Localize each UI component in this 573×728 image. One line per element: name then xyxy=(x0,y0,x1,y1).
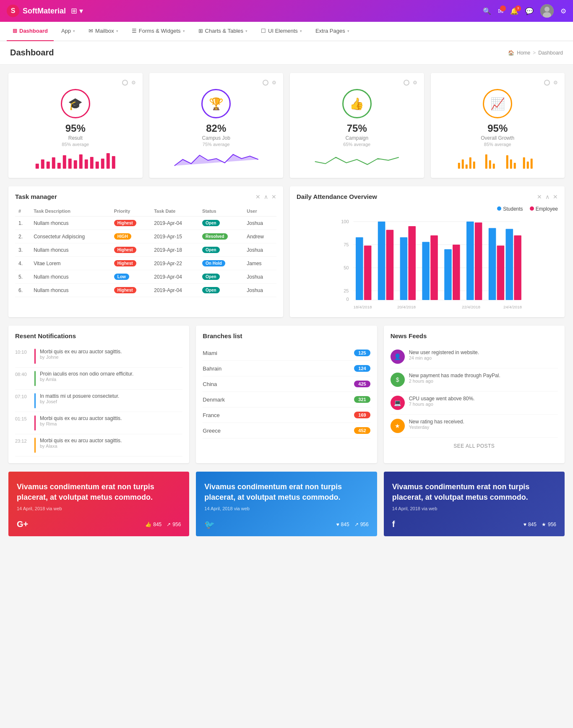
growth-mini-chart xyxy=(438,151,558,170)
card-radio-campus[interactable] xyxy=(263,80,268,86)
nav-charts[interactable]: ⊞ Charts & Tables ▾ xyxy=(193,22,254,41)
branches-title: Branches list xyxy=(203,332,242,339)
brand-logo[interactable]: S SoftMaterial xyxy=(7,5,66,17)
notif-by: by Rima xyxy=(40,421,122,426)
nav-ui[interactable]: ☐ UI Elements ▾ xyxy=(255,22,308,41)
news-feeds-header: News Feeds xyxy=(391,332,558,339)
grid-menu-icon[interactable]: ⊞ ▾ xyxy=(71,6,83,16)
nav-dashboard[interactable]: ⊞ Dashboard xyxy=(7,22,54,41)
facebook-text: Vivamus condimentum erat non turpis plac… xyxy=(392,482,556,503)
campaign-icon-circle: 👍 xyxy=(342,89,372,118)
svg-text:50: 50 xyxy=(344,265,349,270)
notifications-list: 10:10 Morbi quis ex eu arcu auctor sagit… xyxy=(15,345,182,457)
news-feeds-list: 👤 New user registered in website. 24 min… xyxy=(391,345,558,438)
notification-item: 01:15 Morbi quis ex eu arcu auctor sagit… xyxy=(15,412,182,434)
svg-rect-8 xyxy=(63,155,66,169)
campus-mini-chart xyxy=(156,151,277,170)
task-minimize-icon[interactable]: ✕ xyxy=(255,193,260,200)
svg-rect-23 xyxy=(485,154,487,169)
svg-text:20/4/2018: 20/4/2018 xyxy=(397,305,416,309)
branch-name: China xyxy=(203,381,217,387)
chat-icon[interactable]: 💬 xyxy=(525,7,534,15)
card-gear-campaign[interactable]: ⚙ xyxy=(413,80,417,86)
see-all-link[interactable]: SEE ALL POSTS xyxy=(453,443,495,449)
row-user: Andrew xyxy=(243,230,276,243)
notif-by: by Johne xyxy=(40,355,122,360)
branch-name: Greece xyxy=(203,428,221,434)
task-close-icon[interactable]: ✕ xyxy=(271,193,276,200)
gplus-date: 14 April, 2018 via web xyxy=(17,506,181,511)
feed-content: New payment has made through PayPal. 2 h… xyxy=(409,373,500,384)
task-collapse-icon[interactable]: ∧ xyxy=(264,193,268,200)
card-header-growth: ⚙ xyxy=(438,80,558,86)
table-row: 3. Nullam rhoncus Highest 2019-Apr-18 Op… xyxy=(15,243,276,257)
task-manager-card: Task manager ✕ ∧ ✕ # Task Description Pr… xyxy=(8,186,283,317)
svg-rect-57 xyxy=(514,235,521,300)
svg-rect-16 xyxy=(107,153,110,169)
attendance-minimize-icon[interactable]: ✕ xyxy=(537,193,542,200)
search-icon[interactable]: 🔍 xyxy=(483,7,491,15)
svg-rect-45 xyxy=(386,230,394,300)
twitter-share-icon: ↗ xyxy=(354,522,359,527)
feed-content: New user registered in website. 24 min a… xyxy=(409,350,479,360)
attendance-collapse-icon[interactable]: ∧ xyxy=(545,193,550,200)
app-arrow-icon: ▾ xyxy=(73,29,75,33)
notif-time: 23:12 xyxy=(15,438,30,444)
attendance-header: Daily Attendance Overview ✕ ∧ ✕ xyxy=(297,193,558,200)
svg-text:18/4/2018: 18/4/2018 xyxy=(353,305,372,309)
email-badge xyxy=(500,5,506,11)
card-gear-campus[interactable]: ⚙ xyxy=(272,80,276,86)
notifications-header: Resent Notifications xyxy=(15,332,182,339)
nav-mailbox[interactable]: ✉ Mailbox ▾ xyxy=(83,22,124,41)
notification-item: 10:10 Morbi quis ex eu arcu auctor sagit… xyxy=(15,345,182,368)
nav-extra[interactable]: Extra Pages ▾ xyxy=(310,22,355,41)
notif-by: by Josef xyxy=(40,399,119,404)
row-desc: Vitae Lorem xyxy=(30,257,111,270)
card-radio-growth[interactable] xyxy=(544,80,550,86)
bell-icon[interactable]: 🔔 3 xyxy=(510,7,518,15)
svg-rect-50 xyxy=(444,249,452,300)
twitter-date: 14 April, 2018 via web xyxy=(204,506,368,511)
nav-app-label: App xyxy=(61,28,71,34)
row-user: Joshua xyxy=(243,217,276,230)
facebook-footer: f ♥ 845 ★ 956 xyxy=(392,519,556,529)
campaign-percent: 75% xyxy=(297,123,417,134)
card-radio-result[interactable] xyxy=(122,80,128,86)
gplus-text: Vivamus condimentum erat non turpis plac… xyxy=(17,482,181,503)
settings-icon[interactable]: ⚙ xyxy=(560,7,566,15)
card-radio-campaign[interactable] xyxy=(404,80,409,86)
branch-item: Bahrain 124 xyxy=(203,361,370,376)
bell-badge: 3 xyxy=(515,5,521,11)
gplus-footer: G+ 👍 845 ↗ 956 xyxy=(17,519,181,529)
nav-forms[interactable]: ☰ Forms & Widgets ▾ xyxy=(126,22,191,41)
table-row: 4. Vitae Lorem Highest 2019-Apr-22 On Ho… xyxy=(15,257,276,270)
forms-icon: ☰ xyxy=(132,28,137,34)
card-gear-result[interactable]: ⚙ xyxy=(131,80,136,86)
notif-bar xyxy=(34,438,36,453)
svg-rect-24 xyxy=(489,160,491,169)
svg-rect-4 xyxy=(41,159,44,169)
col-priority: Priority xyxy=(111,206,151,217)
attendance-close-icon[interactable]: ✕ xyxy=(553,193,558,200)
nav-app[interactable]: App ▾ xyxy=(55,22,81,41)
row-date: 2019-Apr-04 xyxy=(151,284,199,297)
breadcrumb-home[interactable]: Home xyxy=(517,50,530,56)
breadcrumb-current: Dashboard xyxy=(538,50,563,56)
campaign-label: Campaign xyxy=(297,135,417,141)
row-desc: Consectetur Adipiscing xyxy=(30,230,111,243)
svg-rect-14 xyxy=(96,162,99,169)
email-icon[interactable]: ✉ xyxy=(498,7,503,15)
card-gear-growth[interactable]: ⚙ xyxy=(553,80,558,86)
svg-rect-53 xyxy=(475,222,482,300)
notif-time: 01:15 xyxy=(15,416,30,421)
col-user: User xyxy=(243,206,276,217)
card-header-result: ⚙ xyxy=(15,80,136,86)
feed-item: 💻 CPU usage went above 80%. 7 hours ago xyxy=(391,391,558,415)
col-desc: Task Description xyxy=(30,206,111,217)
user-avatar[interactable] xyxy=(540,4,554,18)
notif-text: Morbi quis ex eu arcu auctor sagittis. xyxy=(40,415,122,421)
svg-rect-18 xyxy=(458,163,460,169)
campus-label: Campus Job xyxy=(156,135,277,141)
col-num: # xyxy=(15,206,30,217)
feed-text: CPU usage went above 80%. xyxy=(409,396,475,402)
